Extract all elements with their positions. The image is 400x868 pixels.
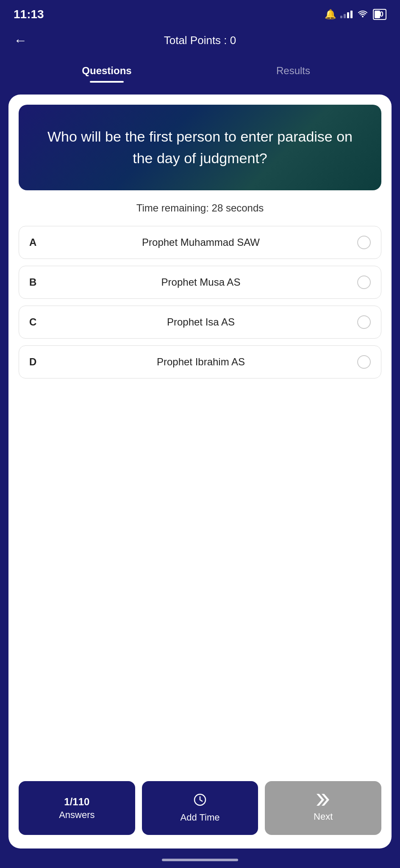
- status-time: 11:13: [14, 8, 44, 21]
- option-d[interactable]: D Prophet Ibrahim AS: [19, 345, 381, 378]
- signal-icon: [340, 11, 353, 18]
- option-a-text: Prophet Muhammad SAW: [44, 236, 357, 248]
- option-c-text: Prophet Isa AS: [44, 316, 357, 328]
- timer-label: Time remaining: 28 seconds: [19, 202, 381, 214]
- question-text: Who will be the first person to enter pa…: [36, 126, 364, 169]
- option-c-letter: C: [29, 316, 44, 328]
- home-indicator: [162, 859, 238, 861]
- option-b-letter: B: [29, 276, 44, 288]
- next-button[interactable]: Next: [265, 781, 381, 835]
- option-d-radio[interactable]: [357, 355, 371, 369]
- total-points-label: Total Points : 0: [164, 34, 236, 47]
- option-d-text: Prophet Ibrahim AS: [44, 356, 357, 368]
- option-a-letter: A: [29, 236, 44, 248]
- next-label: Next: [314, 811, 333, 822]
- clock-icon: [193, 793, 207, 810]
- option-b[interactable]: B Prophet Musa AS: [19, 266, 381, 299]
- option-b-radio[interactable]: [357, 275, 371, 289]
- next-chevron-icon: [317, 794, 330, 809]
- svg-marker-1: [317, 794, 324, 806]
- status-icons: 🔔 40: [325, 9, 386, 20]
- tab-results[interactable]: Results: [200, 59, 386, 83]
- bottom-buttons: 1/110 Answers Add Time Next: [19, 781, 381, 838]
- back-button[interactable]: ←: [14, 33, 27, 48]
- option-c-radio[interactable]: [357, 315, 371, 329]
- option-b-text: Prophet Musa AS: [44, 276, 357, 288]
- option-a[interactable]: A Prophet Muhammad SAW: [19, 226, 381, 259]
- add-time-button[interactable]: Add Time: [142, 781, 258, 835]
- main-card: Who will be the first person to enter pa…: [8, 95, 392, 849]
- add-time-label: Add Time: [181, 812, 220, 823]
- answers-button[interactable]: 1/110 Answers: [19, 781, 135, 835]
- question-banner: Who will be the first person to enter pa…: [19, 105, 381, 190]
- header: ← Total Points : 0: [0, 25, 400, 56]
- tab-questions[interactable]: Questions: [14, 59, 200, 83]
- answers-count: 1/110: [64, 796, 89, 808]
- notification-bell-icon: 🔔: [325, 9, 336, 20]
- tabs: Questions Results: [0, 59, 400, 83]
- wifi-icon: [357, 9, 369, 20]
- options-list: A Prophet Muhammad SAW B Prophet Musa AS…: [19, 226, 381, 766]
- battery-icon: 40: [373, 9, 386, 20]
- answers-label: Answers: [59, 810, 94, 821]
- option-a-radio[interactable]: [357, 236, 371, 249]
- status-bar: 11:13 🔔 40: [0, 0, 400, 25]
- option-c[interactable]: C Prophet Isa AS: [19, 306, 381, 339]
- option-d-letter: D: [29, 356, 44, 368]
